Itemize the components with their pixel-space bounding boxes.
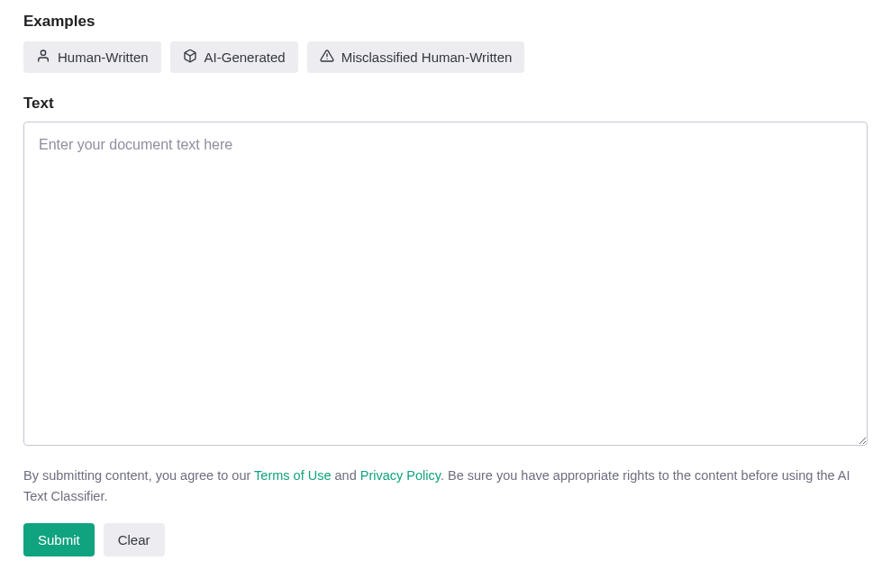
example-chips-row: Human-Written AI-Generated Misclassifi xyxy=(23,41,868,73)
chip-label: AI-Generated xyxy=(205,50,286,65)
disclaimer-text: By submitting content, you agree to our … xyxy=(23,466,868,507)
person-icon xyxy=(36,49,50,66)
cube-icon xyxy=(183,49,197,66)
warning-triangle-icon xyxy=(320,49,334,66)
privacy-policy-link[interactable]: Privacy Policy xyxy=(360,468,441,483)
example-chip-human-written[interactable]: Human-Written xyxy=(23,41,161,73)
disclaimer-prefix: By submitting content, you agree to our xyxy=(23,468,254,483)
svg-point-0 xyxy=(41,50,45,55)
chip-label: Misclassified Human-Written xyxy=(341,50,513,65)
text-section: Text xyxy=(23,95,868,449)
examples-heading: Examples xyxy=(23,13,868,31)
example-chip-misclassified-human-written[interactable]: Misclassified Human-Written xyxy=(307,41,525,73)
clear-button[interactable]: Clear xyxy=(104,523,165,556)
terms-of-use-link[interactable]: Terms of Use xyxy=(254,468,331,483)
chip-label: Human-Written xyxy=(58,50,149,65)
submit-button[interactable]: Submit xyxy=(23,523,95,556)
text-input-label: Text xyxy=(23,95,868,113)
document-text-input[interactable] xyxy=(23,122,868,446)
disclaimer-middle: and xyxy=(331,468,359,483)
actions-row: Submit Clear xyxy=(23,523,868,556)
example-chip-ai-generated[interactable]: AI-Generated xyxy=(170,41,298,73)
examples-section: Examples Human-Written AI-Generated xyxy=(23,13,868,73)
